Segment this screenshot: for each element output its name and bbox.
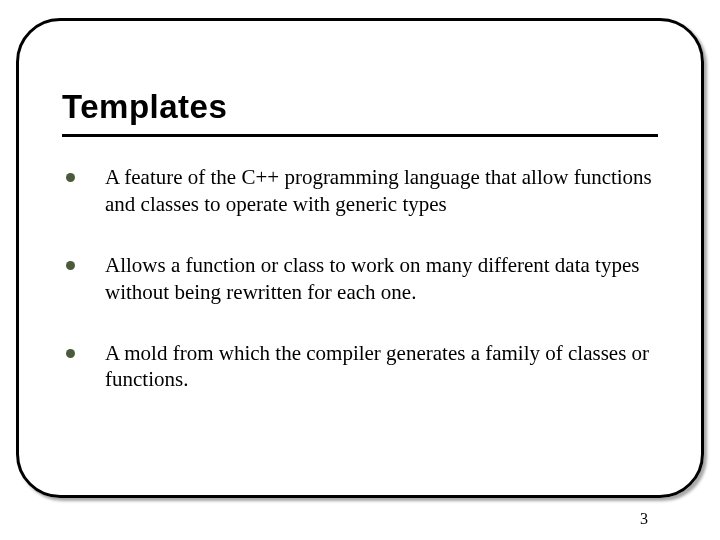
bullet-text: A mold from which the compiler generates… — [105, 340, 658, 394]
bullet-text: A feature of the C++ programming languag… — [105, 164, 658, 218]
slide: Templates A feature of the C++ programmi… — [0, 0, 720, 540]
bullet-icon — [66, 261, 75, 270]
bullet-text: Allows a function or class to work on ma… — [105, 252, 658, 306]
body-content: A feature of the C++ programming languag… — [62, 164, 658, 427]
list-item: A feature of the C++ programming languag… — [62, 164, 658, 218]
page-number: 3 — [640, 510, 648, 528]
list-item: Allows a function or class to work on ma… — [62, 252, 658, 306]
title-underline — [62, 134, 658, 137]
slide-title: Templates — [62, 88, 658, 132]
bullet-icon — [66, 173, 75, 182]
title-block: Templates — [62, 88, 658, 137]
list-item: A mold from which the compiler generates… — [62, 340, 658, 394]
bullet-icon — [66, 349, 75, 358]
